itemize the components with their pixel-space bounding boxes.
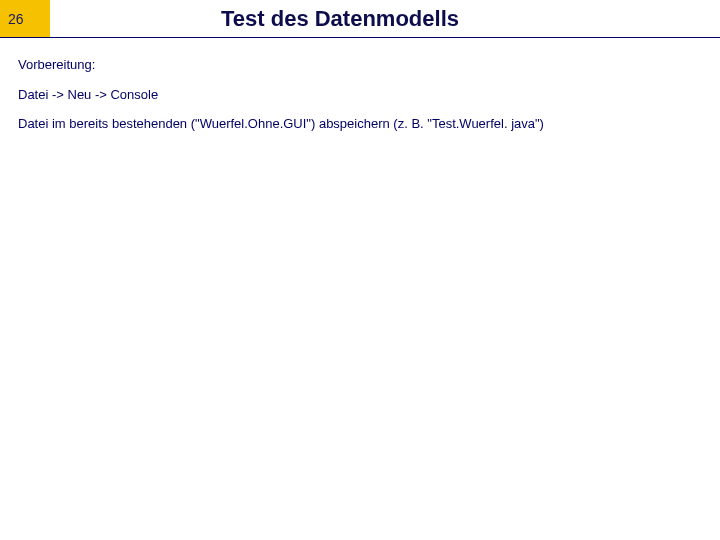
page-number-box: 26 <box>0 0 50 37</box>
preparation-label: Vorbereitung: <box>18 56 702 74</box>
page-number: 26 <box>8 11 24 27</box>
slide-body: Vorbereitung: Datei -> Neu -> Console Da… <box>0 38 720 133</box>
title-area: Test des Datenmodells <box>50 0 720 37</box>
slide-header: 26 Test des Datenmodells <box>0 0 720 38</box>
page-title: Test des Datenmodells <box>221 6 459 32</box>
save-instruction-text: Datei im bereits bestehenden ("Wuerfel.O… <box>18 115 702 133</box>
menu-path-text: Datei -> Neu -> Console <box>18 86 702 104</box>
